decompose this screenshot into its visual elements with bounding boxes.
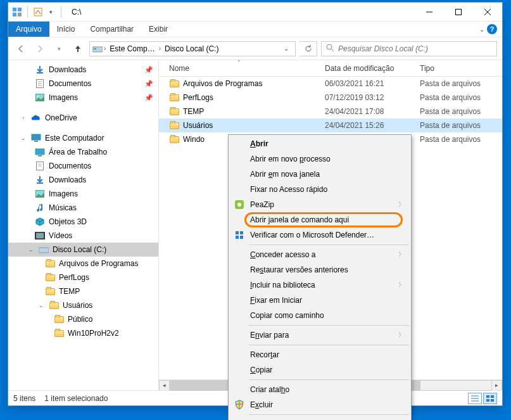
svg-point-11 [327, 44, 332, 49]
ctx-open-new-process[interactable]: Abrir em novo processo [230, 151, 410, 167]
file-row[interactable]: Usuários 24/04/2021 15:26 Pasta de arqui… [159, 118, 502, 132]
nav-imagens[interactable]: Imagens📌 [8, 91, 158, 105]
videos-icon [35, 231, 45, 241]
nav-imagens-pc[interactable]: Imagens [8, 187, 158, 201]
crumb-drive-c[interactable]: Disco Local (C:) [162, 44, 221, 53]
ctx-cut[interactable]: Recortar [230, 347, 410, 362]
file-row[interactable]: TEMP 24/04/2021 17:08 Pasta de arquivos [159, 105, 502, 118]
qat-properties-icon[interactable] [33, 7, 43, 17]
file-row[interactable]: PerfLogs 07/12/2019 03:12 Pasta de arqui… [159, 91, 502, 105]
nav-documentos[interactable]: Documentos📌 [8, 77, 158, 91]
col-date[interactable]: Data de modificação [325, 64, 420, 73]
view-large-icons-button[interactable] [483, 393, 497, 404]
search-box[interactable] [321, 41, 497, 56]
nav-recent-dropdown[interactable]: ▾ [51, 41, 66, 56]
nav-downloads[interactable]: Downloads📌 [8, 63, 158, 77]
ribbon-expand-icon[interactable]: ⌄ [479, 26, 484, 33]
ctx-give-access[interactable]: Conceder acesso a〉 [230, 247, 410, 262]
peazip-icon [234, 199, 245, 210]
breadcrumb[interactable]: › Este Comp… › Disco Local (C:) ⌄ [89, 41, 296, 56]
ctx-restore-versions[interactable]: Restaurar versões anteriores [230, 262, 410, 277]
minimize-button[interactable] [415, 3, 444, 22]
breadcrumb-dropdown-icon[interactable]: ⌄ [280, 45, 293, 52]
view-details-button[interactable] [468, 393, 482, 404]
ctx-pin-quick-access[interactable]: Fixar no Acesso rápido [230, 182, 410, 197]
nav-up-button[interactable] [70, 41, 85, 56]
collapse-icon[interactable]: ⌄ [37, 302, 45, 309]
svg-line-12 [331, 49, 334, 51]
ctx-open-cmd-here[interactable]: Abrir janela de comando aqui [230, 212, 410, 227]
svg-rect-6 [456, 9, 462, 15]
svg-rect-22 [35, 149, 44, 155]
svg-rect-38 [491, 395, 494, 398]
ctx-defender-scan[interactable]: Verificar com o Microsoft Defender… [230, 227, 410, 243]
nav-documentos-pc[interactable]: Documentos [8, 159, 158, 173]
window-title: C:\ [72, 8, 81, 16]
ctx-pin-start[interactable]: Fixar em Iniciar [230, 293, 410, 308]
nav-temp[interactable]: TEMP [8, 284, 158, 298]
tab-home[interactable]: Início [49, 22, 83, 37]
downloads-icon [35, 65, 45, 75]
ctx-send-to[interactable]: Enviar para〉 [230, 328, 410, 343]
ctx-properties[interactable]: Propriedades [230, 417, 410, 420]
pictures-icon [35, 92, 45, 103]
nav-videos[interactable]: Vídeos [8, 229, 158, 243]
nav-disco-c[interactable]: ⌄ Disco Local (C:) [8, 243, 158, 257]
svg-rect-44 [240, 231, 243, 234]
column-headers[interactable]: ˄ Nome Data de modificação Tipo [159, 60, 502, 77]
col-name[interactable]: Nome [169, 64, 325, 73]
file-row[interactable]: Arquivos de Programas 06/03/2021 16:21 P… [159, 77, 502, 91]
submenu-arrow-icon: 〉 [398, 331, 405, 340]
ctx-open[interactable]: Abrir [230, 136, 410, 151]
nav-objetos3d[interactable]: Objetos 3D [8, 215, 158, 229]
expand-icon[interactable]: › [20, 115, 27, 121]
nav-arquivos-programas[interactable]: Arquivos de Programas [8, 257, 158, 270]
submenu-arrow-icon: 〉 [398, 250, 405, 259]
scroll-left-button[interactable]: ◂ [159, 380, 170, 391]
folder-icon [45, 272, 55, 283]
close-button[interactable] [473, 3, 502, 22]
nav-publico[interactable]: Público [8, 312, 158, 326]
nav-usuarios[interactable]: ⌄ Usuários [8, 298, 158, 312]
nav-perflogs[interactable]: PerfLogs [8, 270, 158, 284]
crumb-this-pc[interactable]: Este Comp… [107, 44, 157, 53]
nav-desktop[interactable]: Área de Trabalho [8, 145, 158, 159]
qat-dropdown-icon[interactable]: ▾ [46, 7, 56, 17]
scroll-right-button[interactable]: ▸ [491, 380, 502, 391]
svg-rect-45 [236, 236, 239, 239]
nav-this-pc[interactable]: ⌄ Este Computador [8, 131, 158, 145]
nav-onedrive[interactable]: › OneDrive [8, 111, 158, 125]
nav-forward-button[interactable] [32, 41, 47, 56]
folder-icon [54, 314, 64, 324]
collapse-icon[interactable]: ⌄ [27, 246, 35, 253]
ctx-create-shortcut[interactable]: Criar atalho [230, 382, 410, 397]
ctx-copy-path[interactable]: Copiar como caminho [230, 308, 410, 323]
svg-rect-20 [32, 134, 41, 140]
refresh-button[interactable] [300, 41, 317, 56]
ctx-copy[interactable]: Copiar [230, 362, 410, 378]
folder-icon [45, 258, 55, 269]
nav-musicas[interactable]: Músicas [8, 201, 158, 215]
nav-win10proh[interactable]: Win10ProH2v2 [8, 326, 158, 340]
collapse-icon[interactable]: ⌄ [20, 135, 27, 141]
help-icon[interactable]: ? [487, 24, 497, 34]
ctx-include-library[interactable]: Incluir na biblioteca〉 [230, 277, 410, 293]
folder-icon [169, 106, 179, 117]
nav-back-button[interactable] [13, 41, 28, 56]
drive-icon [92, 44, 103, 54]
downloads-icon [35, 175, 45, 185]
svg-rect-1 [18, 8, 22, 11]
ctx-open-new-window[interactable]: Abrir em nova janela [230, 167, 410, 182]
search-input[interactable] [338, 44, 493, 53]
nav-downloads-pc[interactable]: Downloads [8, 173, 158, 187]
ctx-delete[interactable]: Excluir [230, 397, 410, 412]
maximize-button[interactable] [444, 3, 473, 22]
app-icon [12, 7, 22, 17]
ctx-peazip[interactable]: PeaZip〉 [230, 197, 410, 212]
tab-view[interactable]: Exibir [141, 22, 175, 37]
tab-share[interactable]: Compartilhar [82, 22, 141, 37]
documents-icon [35, 161, 45, 171]
col-type[interactable]: Tipo [420, 64, 502, 73]
pin-icon: 📌 [144, 66, 153, 74]
tab-file[interactable]: Arquivo [8, 22, 49, 37]
